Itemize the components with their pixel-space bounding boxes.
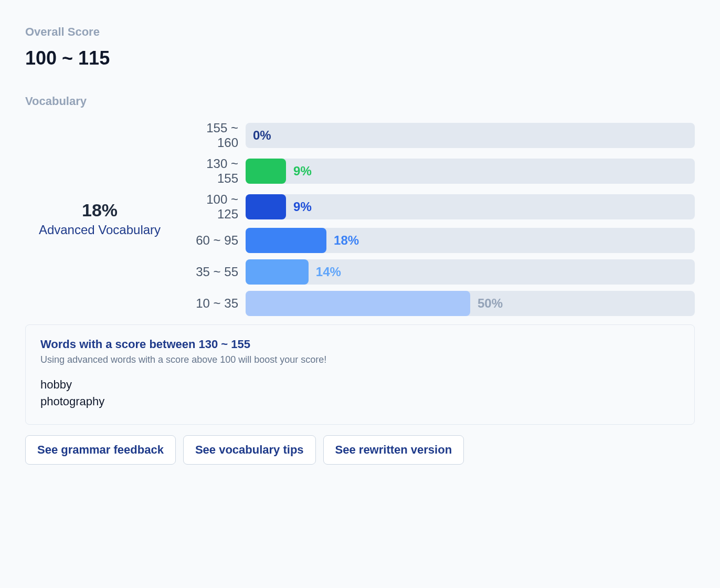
bar-fill [246,259,309,285]
bar-value: 18% [334,233,359,248]
bar-fill [246,194,286,219]
bar-value: 0% [253,128,271,143]
bar-track: 9% [246,194,695,219]
bar-track: 0% [246,123,695,148]
bar-label: 130 ~ 155 [183,156,246,186]
bar-value: 9% [293,200,312,214]
vocabulary-chart: 18% Advanced Vocabulary 155 ~ 1600%130 ~… [25,121,695,316]
bar-fill [246,291,470,316]
word-item: hobby [40,378,680,392]
word-item: photography [40,395,680,408]
bar-row: 10 ~ 3550% [183,291,695,316]
vocab-bars: 155 ~ 1600%130 ~ 1559%100 ~ 1259%60 ~ 95… [183,121,695,316]
bar-row: 100 ~ 1259% [183,192,695,222]
see-vocabulary-tips-button[interactable]: See vocabulary tips [183,435,316,465]
bar-row: 155 ~ 1600% [183,121,695,150]
words-card: Words with a score between 130 ~ 155 Usi… [25,324,695,425]
advanced-vocab-caption: Advanced Vocabulary [25,223,174,237]
bar-value: 14% [316,265,341,279]
advanced-vocab-percent: 18% [25,200,174,220]
see-rewritten-version-button[interactable]: See rewritten version [323,435,464,465]
bar-label: 60 ~ 95 [183,233,246,248]
bar-label: 35 ~ 55 [183,265,246,279]
bar-fill [246,159,286,184]
words-list: hobbyphotography [40,378,680,408]
bar-value: 50% [478,296,503,311]
actions-row: See grammar feedback See vocabulary tips… [25,435,695,465]
see-grammar-feedback-button[interactable]: See grammar feedback [25,435,176,465]
overall-score-section: Overall Score 100 ~ 115 [25,25,695,69]
bar-label: 155 ~ 160 [183,121,246,150]
bar-track: 50% [246,291,695,316]
bar-label: 10 ~ 35 [183,296,246,311]
bar-fill [246,228,326,253]
bar-label: 100 ~ 125 [183,192,246,222]
bar-value: 9% [293,164,312,178]
bar-row: 60 ~ 9518% [183,228,695,253]
overall-score-value: 100 ~ 115 [25,47,695,69]
words-card-title: Words with a score between 130 ~ 155 [40,338,680,351]
bar-row: 35 ~ 5514% [183,259,695,285]
words-card-hint: Using advanced words with a score above … [40,354,680,365]
bar-track: 14% [246,259,695,285]
bar-track: 9% [246,159,695,184]
bar-row: 130 ~ 1559% [183,156,695,186]
overall-score-label: Overall Score [25,25,695,39]
vocabulary-label: Vocabulary [25,94,695,108]
advanced-vocab-summary: 18% Advanced Vocabulary [25,200,183,237]
vocabulary-section: Vocabulary 18% Advanced Vocabulary 155 ~… [25,94,695,465]
bar-track: 18% [246,228,695,253]
